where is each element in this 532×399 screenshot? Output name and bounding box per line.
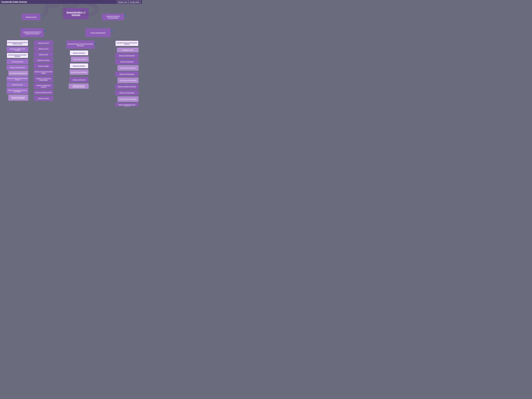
dir-prek-label: Director of Pre-K: [38, 42, 49, 44]
dir-adult-ed-label: Director of Adult Education: [119, 55, 135, 57]
exec-fiscal-label: Executive Director of Fiscal and Human R…: [66, 42, 95, 47]
dir-adult-ed-node: Director of Adult Education: [115, 53, 139, 58]
dir-cte-node: Director of CTE: [34, 46, 53, 51]
dir-science-node: Director of Science: [34, 58, 53, 63]
dir-transportation-node: Director of Transportation: [115, 90, 139, 95]
dir-dyslexia-node: Director of Dyslexia and RTI: [34, 90, 53, 95]
asst-special-node: Asst. Director of Special Services: [8, 71, 28, 76]
dir-math-node: Director of Math: [34, 63, 53, 69]
dir-fine-arts-node: Director of Fine Arts: [70, 77, 89, 82]
dir-special-node: Director of Special Services: [7, 65, 28, 70]
dir-health-node: Director of Health and Nursing: [115, 84, 139, 89]
principal-k8-node: Principal of K-8 ALE: [7, 82, 28, 87]
asst-technology-label: Asst. Director of Technology: [120, 67, 136, 69]
org-title: Fayetteville Public Schools: [1, 1, 27, 3]
asst-assessment-label: Asst. Director of Assessment, Research &…: [8, 96, 28, 99]
dir-cte-label: Director of CTE: [38, 48, 49, 50]
principal-k8-label: Principal of K-8 ALE: [12, 83, 23, 86]
dir-assessment-label: Director of Assessment, Research & Accou…: [7, 89, 28, 93]
asst-technology-node: Asst. Director of Technology: [117, 65, 139, 71]
outdoor-ed-label: Outdoor Education and Sustainability Spe…: [69, 84, 89, 88]
paw-exec-comm: 🐾: [124, 14, 126, 17]
dir-math-label: Director of Math: [38, 65, 49, 67]
asst-special-label: Asst. Director of Special Services: [9, 72, 27, 74]
org-chart: Superintendent of Schools General Counse…: [0, 4, 142, 6]
dir-finance-node: Director of Finance: [70, 50, 89, 56]
asst-super-node: Assistant Superintendent for Teaching an…: [20, 28, 44, 37]
assoc-athletics-label: Associate Director of Athletics: [70, 71, 88, 73]
dir-finance-label: Director of Finance: [73, 52, 85, 54]
exec-admin-node: Executive Director for Administrative Se…: [115, 40, 139, 46]
dir-athletics-node: Director of Athletics: [70, 63, 89, 69]
dir-dyslexia-label: Director of Dyslexia and RTI: [35, 91, 52, 94]
header-version-date: Version 1.04 21 May 2024: [117, 1, 140, 3]
dir-esol-node: Director of ESOL: [34, 96, 53, 101]
coord-safety-node: Coordinator of Safety: [117, 48, 139, 52]
asst-child-nutrition-label: Asst. Director of Child Nutrition: [119, 79, 137, 82]
paw-asst-super: 🐾: [44, 30, 46, 32]
paw-general-counsel: 🐾: [41, 14, 43, 17]
version-label: Version 1.04: [117, 1, 128, 3]
deputy-super-label: Deputy Superintendent: [90, 31, 106, 34]
exec-secondary-node: Executive Director for Secondary Educati…: [7, 53, 28, 58]
exec-elementary-node: Executive Director for Elementary & Midd…: [7, 40, 28, 46]
exec-admin-label: Executive Director for Administrative Se…: [115, 42, 138, 45]
dir-technology-label: Director of Technology: [120, 61, 133, 63]
secondary-principals-label: Secondary Principals: [11, 61, 24, 63]
dir-gt-node: Director of GT: [34, 52, 53, 57]
dir-prof-learning-node: Director of Professional Learning: [34, 83, 53, 89]
asst-finance-node: Asst. Director of Finance: [71, 57, 89, 62]
elem-principals-node: Elementary & Middle School Principals: [7, 47, 28, 52]
asst-child-nutrition-node: Asst. Director of Child Nutrition: [117, 78, 139, 83]
dir-child-nutrition-node: Director of Child Nutrition: [115, 71, 139, 77]
dir-special-label: Director of Special Services: [10, 66, 25, 69]
dir-health-label: Director of Health and Nursing: [118, 86, 136, 87]
dir-k6-ela-label: Director of K-6 ELA and Social Studies: [34, 70, 53, 74]
dir-k8-ale-label: Director of K-8 ALE & Behavior Support S…: [7, 77, 28, 81]
dir-gt-label: Director of GT: [39, 54, 48, 55]
superintendent-label: Superintendent of Schools: [63, 10, 89, 17]
dir-fine-arts-label: Director of Fine Arts: [73, 79, 85, 81]
secondary-principals-node: Secondary Principals: [7, 59, 28, 64]
paw-deputy-super: 🐾: [111, 30, 113, 32]
asst-transportation-node: Asst. Director of Transportation: [117, 96, 139, 102]
exec-fiscal-node: Executive Director of Fiscal and Human R…: [66, 40, 95, 49]
exec-communications-node: Executive Director of Communications: [102, 14, 124, 20]
header: Fayetteville Public Schools Version 1.04…: [0, 0, 142, 4]
asst-super-label: Assistant Superintendent for Teaching an…: [20, 30, 44, 35]
dir-esol-label: Director of ESOL: [38, 98, 49, 99]
dir-712-ela-label: Director of 7-12 ELA and Social Studies: [34, 77, 53, 81]
dir-child-nutrition-label: Director of Child Nutrition: [120, 73, 134, 75]
elem-principals-label: Elementary & Middle School Principals: [7, 48, 28, 51]
coord-safety-label: Coordinator of Safety: [122, 49, 133, 51]
dir-technology-node: Director of Technology: [115, 59, 139, 64]
asst-finance-label: Asst. Director of Finance: [73, 58, 87, 60]
dir-k8-ale-node: Director of K-8 ALE & Behavior Support S…: [7, 76, 28, 82]
superintendent-node: Superintendent of Schools: [63, 8, 89, 19]
dir-712-ela-node: Director of 7-12 ELA and Social Studies: [34, 76, 53, 82]
date-label: 21 May 2024: [128, 1, 140, 3]
dir-prek-node: Director of Pre-K: [34, 40, 53, 45]
dir-science-label: Director of Science: [38, 59, 50, 61]
exec-communications-label: Executive Director of Communications: [102, 15, 124, 19]
dir-athletics-label: Director of Athletics: [73, 65, 85, 67]
dir-prof-learning-label: Director of Professional Learning: [34, 84, 53, 88]
general-counsel-label: General Counsel: [25, 16, 37, 18]
exec-elementary-label: Executive Director for Elementary & Midd…: [7, 41, 28, 45]
dir-maintenance-node: Director of Maintenance and Operations: [115, 103, 139, 106]
dir-k6-ela-node: Director of K-6 ELA and Social Studies: [34, 69, 53, 75]
connectors: [0, 4, 142, 6]
general-counsel-node: General Counsel: [22, 14, 40, 20]
paw-exec-fiscal: 🐾: [94, 42, 97, 45]
exec-secondary-label: Executive Director for Secondary Educati…: [7, 54, 28, 57]
asst-assessment-node: Asst. Director of Assessment, Research &…: [8, 95, 28, 101]
dir-maintenance-label: Director of Maintenance and Operations: [115, 103, 139, 106]
deputy-super-node: Deputy Superintendent: [85, 28, 111, 37]
dir-assessment-node: Director of Assessment, Research & Accou…: [7, 88, 28, 94]
dir-transportation-label: Director of Transportation: [119, 92, 134, 94]
assoc-athletics-node: Associate Director of Athletics: [70, 70, 89, 75]
outdoor-ed-node: Outdoor Education and Sustainability Spe…: [69, 83, 89, 89]
asst-transportation-label: Asst. Director of Transportation: [119, 98, 137, 100]
